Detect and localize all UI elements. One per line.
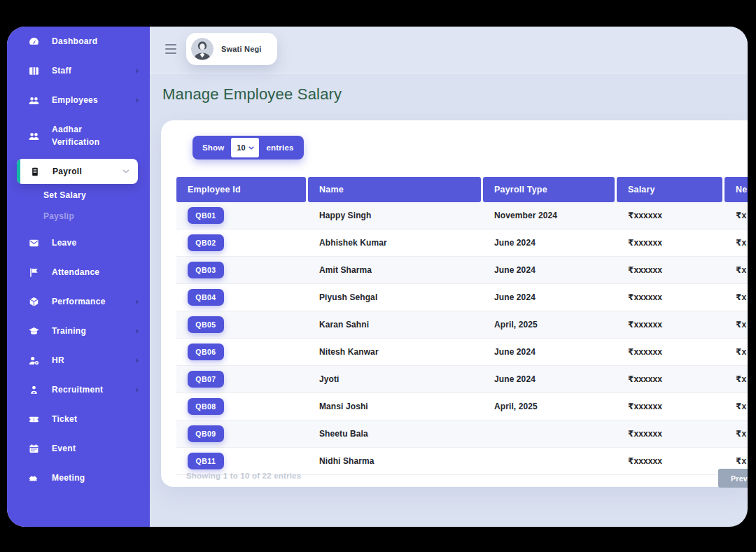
sidebar-nav: DashboardStaffEmployeesAadhar Verificati… bbox=[7, 27, 150, 493]
table-row: QB09Sheetu Bala₹xxxxxx₹x bbox=[176, 420, 748, 448]
sidebar-item-staff[interactable]: Staff bbox=[7, 56, 150, 85]
sidebar-item-label: Leave bbox=[52, 236, 77, 249]
user-chip[interactable]: Swati Negi bbox=[186, 33, 277, 65]
cell-net-salary: ₹x bbox=[724, 265, 748, 275]
page-size-select[interactable]: 10 bbox=[231, 138, 259, 157]
sidebar-item-meeting[interactable]: Meeting bbox=[7, 463, 150, 493]
column-header-ne[interactable]: Ne bbox=[724, 177, 748, 202]
chevron-right-icon bbox=[135, 97, 140, 104]
employee-id-badge[interactable]: QB03 bbox=[188, 262, 224, 278]
cell-name: Jyoti bbox=[308, 374, 481, 384]
employee-id-badge[interactable]: QB04 bbox=[188, 289, 224, 306]
aadhar-verification-icon bbox=[28, 130, 40, 142]
sidebar-item-label: Payroll bbox=[52, 165, 82, 178]
sidebar-item-attendance[interactable]: Attendance bbox=[7, 257, 150, 287]
entries-label: entries bbox=[266, 143, 293, 152]
table-body: QB01Happy SinghNovember 2024₹xxxxxx₹xQB0… bbox=[176, 202, 748, 475]
sidebar-item-recruitment[interactable]: Recruitment bbox=[7, 375, 150, 404]
cell-salary: ₹xxxxxx bbox=[617, 265, 722, 275]
sidebar-item-label: Recruitment bbox=[52, 383, 103, 396]
cell-employee-id: QB07 bbox=[176, 371, 306, 388]
meeting-icon bbox=[28, 472, 40, 484]
sidebar-item-performance[interactable]: Performance bbox=[7, 287, 150, 316]
table-header-row: Employee IdNamePayroll TypeSalaryNe bbox=[176, 177, 748, 202]
cell-name: Karan Sahni bbox=[308, 320, 481, 330]
column-header-name[interactable]: Name bbox=[308, 177, 481, 202]
cell-employee-id: QB03 bbox=[176, 262, 306, 278]
employee-id-badge[interactable]: QB11 bbox=[188, 453, 224, 469]
sidebar-item-event[interactable]: Event bbox=[7, 434, 150, 463]
cell-salary: ₹xxxxxx bbox=[617, 456, 722, 466]
cell-employee-id: QB05 bbox=[176, 316, 306, 333]
leave-icon bbox=[28, 237, 40, 249]
employee-id-badge[interactable]: QB01 bbox=[188, 207, 224, 224]
employee-id-badge[interactable]: QB08 bbox=[188, 398, 224, 415]
column-header-payroll-type[interactable]: Payroll Type bbox=[483, 177, 615, 202]
cell-payroll-type: June 2024 bbox=[483, 265, 615, 275]
sidebar-item-set-salary[interactable]: Set Salary bbox=[7, 186, 150, 204]
hamburger-icon[interactable] bbox=[165, 44, 176, 54]
page-title: Manage Employee Salary bbox=[162, 85, 342, 104]
page-size-value: 10 bbox=[237, 143, 246, 152]
cell-payroll-type: June 2024 bbox=[483, 374, 615, 384]
sidebar-item-label: Aadhar Verification bbox=[52, 123, 116, 148]
employee-id-badge[interactable]: QB07 bbox=[188, 371, 224, 388]
employee-id-badge[interactable]: QB09 bbox=[188, 425, 224, 442]
employees-icon bbox=[28, 94, 40, 106]
sidebar: DashboardStaffEmployeesAadhar Verificati… bbox=[7, 27, 150, 527]
employee-id-badge[interactable]: QB05 bbox=[188, 316, 224, 333]
sidebar-item-label: Attendance bbox=[52, 266, 99, 278]
table-row: QB07JyotiJune 2024₹xxxxxx₹x bbox=[176, 366, 748, 393]
sidebar-item-hr[interactable]: HR bbox=[7, 346, 150, 375]
active-item-card: Payroll bbox=[17, 159, 138, 184]
previous-page-button[interactable]: Prev bbox=[718, 469, 748, 488]
column-header-employee-id[interactable]: Employee Id bbox=[176, 177, 306, 202]
user-avatar-icon bbox=[191, 38, 214, 60]
training-icon bbox=[28, 325, 40, 337]
table-row: QB02Abhishek KumarJune 2024₹xxxxxx₹x bbox=[176, 229, 748, 257]
cell-name: Piyush Sehgal bbox=[308, 292, 481, 302]
cell-payroll-type: November 2024 bbox=[483, 211, 615, 220]
topbar: Swati Negi bbox=[150, 27, 748, 73]
cell-salary: ₹xxxxxx bbox=[617, 292, 722, 302]
cell-net-salary: ₹x bbox=[724, 292, 748, 302]
sidebar-item-employees[interactable]: Employees bbox=[7, 85, 150, 115]
cell-net-salary: ₹x bbox=[724, 238, 748, 248]
sidebar-item-payslip[interactable]: Payslip bbox=[7, 204, 150, 228]
chevron-right-icon bbox=[135, 68, 140, 74]
cell-name: Mansi Joshi bbox=[308, 402, 481, 411]
sidebar-item-label: Dashboard bbox=[52, 35, 97, 48]
cell-name: Nitesh Kanwar bbox=[308, 347, 481, 357]
sidebar-item-ticket[interactable]: Ticket bbox=[7, 404, 150, 434]
column-header-salary[interactable]: Salary bbox=[617, 177, 722, 202]
cell-net-salary: ₹x bbox=[724, 402, 748, 411]
employee-id-badge[interactable]: QB02 bbox=[188, 234, 224, 251]
sidebar-item-payroll[interactable]: Payroll bbox=[7, 157, 150, 186]
cell-salary: ₹xxxxxx bbox=[617, 320, 722, 330]
cell-salary: ₹xxxxxx bbox=[617, 347, 722, 357]
cell-net-salary: ₹x bbox=[724, 374, 748, 384]
salary-table: Employee IdNamePayroll TypeSalaryNe QB01… bbox=[176, 177, 748, 475]
sidebar-item-training[interactable]: Training bbox=[7, 316, 150, 346]
table-row: QB01Happy SinghNovember 2024₹xxxxxx₹x bbox=[176, 202, 748, 229]
cell-salary: ₹xxxxxx bbox=[617, 238, 722, 248]
cell-name: Happy Singh bbox=[308, 211, 481, 220]
sidebar-item-aadhar-verification[interactable]: Aadhar Verification bbox=[7, 115, 150, 157]
employee-id-badge[interactable]: QB06 bbox=[188, 344, 224, 360]
cell-employee-id: QB01 bbox=[176, 207, 306, 224]
ticket-icon bbox=[28, 413, 40, 425]
sidebar-item-dashboard[interactable]: Dashboard bbox=[7, 27, 150, 56]
sidebar-item-leave[interactable]: Leave bbox=[7, 228, 150, 257]
payroll-icon bbox=[29, 166, 41, 177]
cell-payroll-type: June 2024 bbox=[483, 292, 615, 302]
showing-entries-text: Showing 1 to 10 of 22 entries bbox=[186, 472, 301, 480]
chevron-right-icon bbox=[135, 299, 140, 305]
cell-employee-id: QB09 bbox=[176, 425, 306, 442]
hr-icon bbox=[28, 355, 40, 367]
event-icon bbox=[28, 443, 40, 455]
sidebar-item-label: Ticket bbox=[52, 413, 77, 425]
cell-salary: ₹xxxxxx bbox=[617, 211, 722, 220]
table-row: QB05Karan SahniApril, 2025₹xxxxxx₹x bbox=[176, 311, 748, 339]
show-entries-control: Show 10 entries bbox=[192, 136, 304, 160]
performance-icon bbox=[28, 296, 40, 308]
